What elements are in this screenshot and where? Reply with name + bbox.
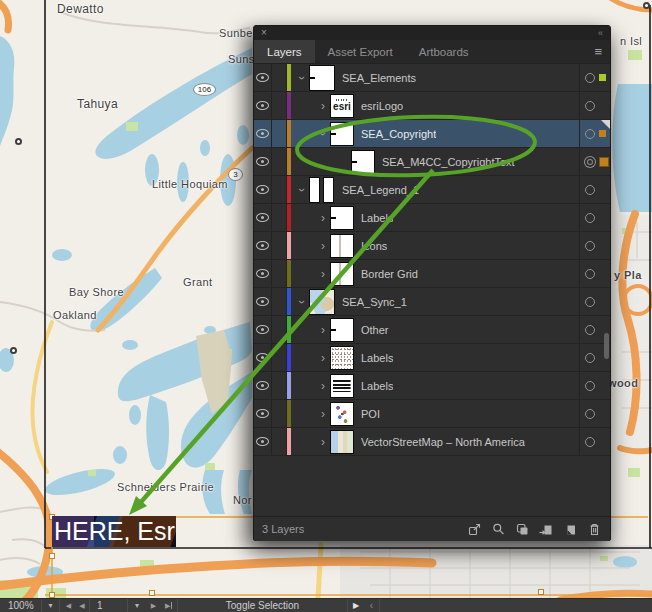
- visibility-toggle[interactable]: [254, 64, 272, 91]
- visibility-toggle[interactable]: [254, 344, 272, 371]
- chevron-right-icon[interactable]: ›: [316, 408, 330, 420]
- tab-asset-export[interactable]: Asset Export: [315, 40, 406, 63]
- delete-icon[interactable]: [587, 522, 602, 537]
- target-circle-icon[interactable]: [585, 437, 595, 447]
- target-circle-icon[interactable]: [585, 241, 595, 251]
- lock-toggle-cell[interactable]: [272, 260, 287, 287]
- target-circle-icon[interactable]: [585, 213, 595, 223]
- lock-toggle-cell[interactable]: [272, 120, 287, 147]
- visibility-toggle[interactable]: [254, 176, 272, 203]
- layer-row-poi[interactable]: ›POI: [254, 400, 610, 428]
- status-toggle-selection[interactable]: Toggle Selection: [178, 599, 348, 612]
- layer-row-sea-sync-1[interactable]: ›SEA_Sync_1: [254, 288, 610, 316]
- next-artboard-button[interactable]: ▶: [146, 599, 161, 612]
- zoom-dropdown-icon[interactable]: ▾: [42, 599, 60, 612]
- visibility-toggle[interactable]: [254, 92, 272, 119]
- visibility-toggle[interactable]: [254, 316, 272, 343]
- target-circle-icon[interactable]: [585, 381, 595, 391]
- lock-toggle-cell[interactable]: [272, 92, 287, 119]
- lock-toggle-cell[interactable]: [272, 232, 287, 259]
- layer-row-esrilogo[interactable]: ›esriesriLogo: [254, 92, 610, 120]
- layer-row-sea-elements[interactable]: ›SEA_Elements: [254, 64, 610, 92]
- lock-toggle-cell[interactable]: [272, 372, 287, 399]
- layer-row-labels[interactable]: ›Labels: [254, 344, 610, 372]
- collapse-panel-icon[interactable]: «: [598, 29, 603, 38]
- visibility-toggle[interactable]: [254, 288, 272, 315]
- target-circle-icon[interactable]: [585, 101, 595, 111]
- lock-toggle-cell[interactable]: [272, 148, 287, 175]
- chevron-right-icon[interactable]: ›: [316, 352, 330, 364]
- lock-toggle-cell[interactable]: [272, 64, 287, 91]
- layer-row-other[interactable]: ›Other: [254, 316, 610, 344]
- lock-toggle-cell[interactable]: [272, 316, 287, 343]
- tab-layers[interactable]: Layers: [254, 40, 315, 63]
- chevron-right-icon[interactable]: ›: [316, 268, 330, 280]
- chevron-right-icon[interactable]: ›: [316, 100, 330, 112]
- status-back-icon[interactable]: ‹: [364, 599, 380, 612]
- chevron-down-icon[interactable]: ›: [317, 127, 329, 141]
- new-sublayer-icon[interactable]: [539, 522, 554, 537]
- visibility-toggle[interactable]: [254, 260, 272, 287]
- chevron-right-icon[interactable]: ›: [316, 240, 330, 252]
- panel-scrollbar[interactable]: [604, 333, 609, 359]
- target-circle-icon[interactable]: [585, 353, 595, 363]
- eye-icon: [256, 381, 269, 390]
- chevron-right-icon[interactable]: ›: [316, 436, 330, 448]
- lock-toggle-cell[interactable]: [272, 400, 287, 427]
- lock-toggle-cell[interactable]: [272, 428, 287, 455]
- target-circle-icon[interactable]: [587, 159, 593, 165]
- visibility-toggle[interactable]: [254, 372, 272, 399]
- map-label: Dewatto: [57, 2, 104, 16]
- target-circle-icon[interactable]: [585, 185, 595, 195]
- target-circle-icon[interactable]: [585, 269, 595, 279]
- lock-toggle-cell[interactable]: [272, 204, 287, 231]
- visibility-toggle[interactable]: [254, 400, 272, 427]
- chevron-down-icon[interactable]: ›: [296, 295, 308, 309]
- layer-row-content: ›esriesriLogo: [291, 92, 579, 119]
- status-play-icon[interactable]: ▶: [348, 599, 364, 612]
- tab-artboards[interactable]: Artboards: [406, 40, 482, 63]
- visibility-toggle[interactable]: [254, 148, 272, 175]
- target-circle-icon[interactable]: [585, 325, 595, 335]
- panel-menu-icon[interactable]: ≡: [594, 40, 602, 63]
- visibility-toggle[interactable]: [254, 120, 272, 147]
- chevron-down-icon[interactable]: ›: [296, 183, 308, 197]
- lock-toggle-cell[interactable]: [272, 344, 287, 371]
- layer-row-sea-copyright[interactable]: ›SEA_Copyright: [254, 120, 610, 148]
- target-circle-icon[interactable]: [585, 73, 595, 83]
- new-layer-icon[interactable]: [563, 522, 578, 537]
- layer-row-border-grid[interactable]: ›Border Grid: [254, 260, 610, 288]
- eye-icon: [256, 353, 269, 362]
- chevron-down-icon[interactable]: ›: [296, 71, 308, 85]
- clipping-mask-icon[interactable]: [515, 522, 530, 537]
- layer-thumbnail: [330, 122, 354, 146]
- target-circle-icon[interactable]: [585, 409, 595, 419]
- copyright-text-object[interactable]: HERE, Esri: [52, 516, 176, 547]
- layer-row-sea-legend-1[interactable]: ›SEA_Legend_1: [254, 176, 610, 204]
- target-circle-icon[interactable]: [585, 129, 595, 139]
- artboard-dropdown-icon[interactable]: ▾: [128, 599, 146, 612]
- target-circle-icon[interactable]: [585, 297, 595, 307]
- layer-row-vectorstreetmap-north-america[interactable]: ›VectorStreetMap – North America: [254, 428, 610, 456]
- first-artboard-button[interactable]: ◀: [60, 599, 75, 612]
- prev-artboard-button[interactable]: ◀: [75, 599, 90, 612]
- visibility-toggle[interactable]: [254, 232, 272, 259]
- layer-row-icons[interactable]: ›Icons: [254, 232, 610, 260]
- chevron-right-icon[interactable]: ›: [316, 212, 330, 224]
- lock-toggle-cell[interactable]: [272, 288, 287, 315]
- zoom-level[interactable]: 100%: [0, 599, 42, 612]
- layer-name: SEA_Legend_1: [342, 184, 419, 196]
- visibility-toggle[interactable]: [254, 204, 272, 231]
- chevron-right-icon[interactable]: ›: [316, 380, 330, 392]
- collect-export-icon[interactable]: [467, 522, 482, 537]
- locate-object-icon[interactable]: [491, 522, 506, 537]
- visibility-toggle[interactable]: [254, 428, 272, 455]
- last-artboard-button[interactable]: ▶: [161, 599, 178, 612]
- close-panel-icon[interactable]: ×: [261, 28, 267, 38]
- layer-row-labels[interactable]: ›Labels: [254, 372, 610, 400]
- chevron-right-icon[interactable]: ›: [316, 324, 330, 336]
- layer-row-labels[interactable]: ›Labels: [254, 204, 610, 232]
- artboard-number-input[interactable]: 1: [90, 599, 128, 612]
- layer-row-sea-m4cc-copyrighttext[interactable]: SEA_M4CC_CopyrightText: [254, 148, 610, 176]
- lock-toggle-cell[interactable]: [272, 176, 287, 203]
